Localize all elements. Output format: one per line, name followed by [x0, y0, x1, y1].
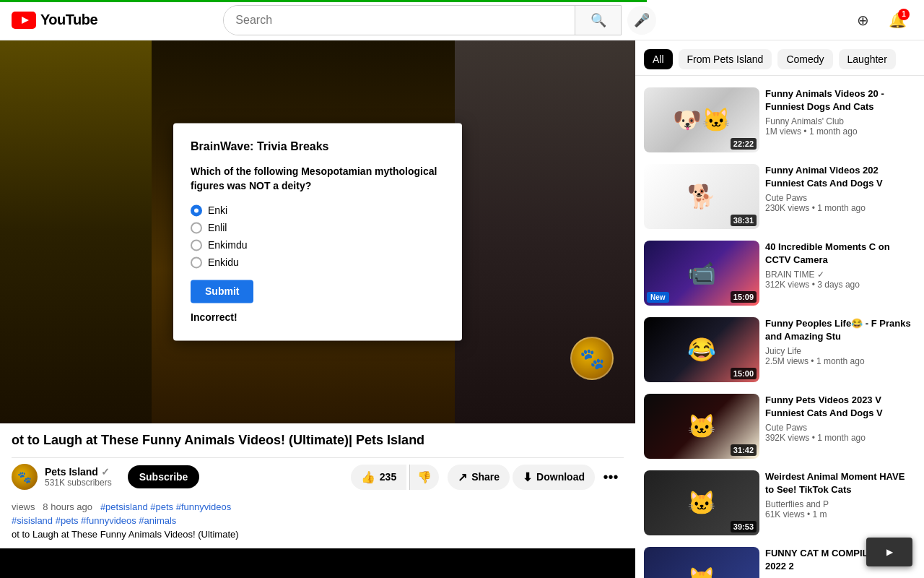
video-list-channel: BRAIN TIME ✓ — [765, 269, 915, 280]
thumbnail: 🐶🐱 22:22 — [644, 87, 759, 152]
search-bar: 🔍 — [223, 5, 622, 35]
video-meta: views 8 hours ago #petsisland #pets #fun… — [0, 496, 635, 548]
video-list-meta: 392K views • 1 month ago — [765, 433, 915, 443]
filter-from-pets-island[interactable]: From Pets Island — [679, 49, 772, 69]
create-button[interactable]: ⊕ — [849, 6, 878, 35]
video-list-meta: 1M views • 1 month ago — [765, 126, 915, 137]
notification-badge: 1 — [898, 9, 910, 20]
dislike-icon: 👎 — [417, 470, 432, 484]
video-list-channel: Butterflies and P — [765, 499, 915, 509]
youtube-logo-text: YouTube — [40, 12, 97, 28]
download-button[interactable]: ⬇ Download — [513, 465, 595, 490]
trivia-result: Incorrect! — [191, 312, 445, 324]
video-list-meta: 312K views • 3 days ago — [765, 280, 915, 290]
trivia-title: BrainWave: Trivia Breaks — [191, 140, 445, 153]
thumbnail: 🐕 38:31 — [644, 164, 759, 229]
thumbnail: 🐱 — [644, 547, 759, 578]
verified-icon: ✓ — [101, 466, 110, 478]
video-list-title: Funny Animal Videos 202 Funniest Cats An… — [765, 164, 915, 190]
video-list-title: Weirdest Animal Moment HAVE to See! TikT… — [765, 470, 915, 496]
like-icon: 👍 — [361, 470, 375, 484]
trivia-option-enkidu[interactable]: Enkidu — [191, 257, 445, 269]
video-list-channel: Juicy Life — [765, 346, 915, 356]
channel-avatar[interactable]: 🐾 — [12, 464, 38, 490]
thumbnail: 🐱 39:53 — [644, 470, 759, 535]
radio-enki — [191, 205, 202, 217]
channel-name-area: Pets Island ✓ 531K subscribers — [45, 466, 112, 488]
share-label: Share — [471, 471, 500, 483]
dislike-button[interactable]: 👎 — [409, 465, 439, 490]
list-item[interactable]: 😂 15:00 Funny Peoples Life😂 - F Pranks a… — [635, 311, 924, 388]
more-options-button[interactable]: ••• — [598, 464, 624, 490]
main-layout: BrainWave: Trivia Breaks Which of the fo… — [0, 40, 924, 578]
trivia-overlay: BrainWave: Trivia Breaks Which of the fo… — [173, 123, 462, 340]
list-item[interactable]: 🐶🐱 22:22 Funny Animals Videos 20 - Funni… — [635, 82, 924, 158]
action-buttons: 👍 235 👎 ↗ Share ⬇ Download — [351, 464, 624, 490]
more-icon: ••• — [603, 469, 618, 486]
video-actions-row: 🐾 Pets Island ✓ 531K subscribers Subscri… — [12, 457, 624, 496]
download-icon: ⬇ — [523, 470, 532, 484]
video-info: ot to Laugh at These Funny Animals Video… — [0, 423, 635, 496]
video-duration: 22:22 — [731, 138, 757, 150]
subscribe-button[interactable]: Subscribe — [128, 465, 200, 488]
video-avatar: 🐾 — [570, 337, 614, 380]
search-icon: 🔍 — [590, 12, 606, 28]
trivia-option-enki[interactable]: Enki — [191, 205, 445, 217]
create-icon: ⊕ — [857, 12, 869, 29]
video-list-info: Funny Pets Videos 2023 V Funniest Cats A… — [765, 394, 915, 459]
filter-all[interactable]: All — [644, 49, 673, 69]
new-badge: New — [647, 292, 669, 303]
trivia-question: Which of the following Mesopotamian myth… — [191, 165, 445, 193]
trivia-options: Enki Enlil Enkimdu Enkidu — [191, 205, 445, 269]
list-item[interactable]: 🐕 38:31 Funny Animal Videos 202 Funniest… — [635, 158, 924, 235]
radio-enkimdu — [191, 240, 202, 251]
mic-button[interactable]: 🎤 — [627, 6, 656, 35]
filter-comedy[interactable]: Comedy — [777, 49, 832, 69]
radio-enlil — [191, 223, 202, 234]
header-actions: ⊕ 🔔 1 — [849, 6, 912, 35]
sidebar: All From Pets Island Comedy Laughter 🐶🐱 … — [635, 40, 924, 578]
video-list-meta: 230K views • 1 month ago — [765, 203, 915, 213]
trivia-option-enlil[interactable]: Enlil — [191, 223, 445, 234]
option-label-enkimdu: Enkimdu — [208, 240, 247, 251]
video-list-title: Funny Peoples Life😂 - F Pranks and Amazi… — [765, 317, 915, 343]
trivia-option-enkimdu[interactable]: Enkimdu — [191, 240, 445, 251]
mini-video-icon: ▶ — [886, 547, 893, 557]
option-label-enkidu: Enkidu — [208, 257, 239, 269]
like-count: 235 — [380, 471, 396, 483]
video-duration: 15:09 — [731, 291, 757, 303]
filter-laughter[interactable]: Laughter — [839, 49, 896, 69]
list-item[interactable]: 🐱 39:53 Weirdest Animal Moment HAVE to S… — [635, 465, 924, 541]
like-button[interactable]: 👍 235 — [351, 465, 406, 490]
video-list-info: Funny Animals Videos 20 - Funniest Dogs … — [765, 87, 915, 152]
download-label: Download — [536, 471, 585, 483]
video-list-title: Funny Pets Videos 2023 V Funniest Cats A… — [765, 394, 915, 420]
search-input[interactable] — [224, 6, 575, 35]
trivia-submit-button[interactable]: Submit — [191, 280, 253, 303]
channel-name-text: Pets Island — [45, 466, 98, 478]
video-list-info: Funny Animal Videos 202 Funniest Cats An… — [765, 164, 915, 229]
video-duration: 15:00 — [731, 368, 757, 379]
channel-name: Pets Island ✓ — [45, 466, 112, 478]
video-bg-left — [0, 40, 152, 423]
list-item[interactable]: 🐱 31:42 Funny Pets Videos 2023 V Funnies… — [635, 388, 924, 465]
video-list-channel: Cute Paws — [765, 193, 915, 203]
hashtags-2: #sisisland #pets #funnyvideos #animals — [12, 515, 624, 526]
mini-video-pip[interactable]: ▶ — [866, 538, 912, 566]
logo[interactable]: YouTube — [12, 12, 127, 29]
list-item[interactable]: 📹 15:09 New 40 Incredible Moments C on C… — [635, 235, 924, 311]
video-list-title: 40 Incredible Moments C on CCTV Camera — [765, 241, 915, 267]
video-title: ot to Laugh at These Funny Animals Video… — [12, 432, 624, 449]
video-list: 🐶🐱 22:22 Funny Animals Videos 20 - Funni… — [635, 76, 924, 578]
subscriber-count: 531K subscribers — [45, 478, 112, 488]
video-list-info: 40 Incredible Moments C on CCTV Camera B… — [765, 241, 915, 306]
search-button[interactable]: 🔍 — [575, 6, 621, 35]
views-text: views — [12, 501, 35, 512]
share-button[interactable]: ↗ Share — [448, 465, 510, 490]
notifications-button[interactable]: 🔔 1 — [884, 6, 912, 35]
video-player[interactable]: BrainWave: Trivia Breaks Which of the fo… — [0, 40, 635, 423]
video-list-channel: Cute Paws — [765, 423, 915, 433]
option-label-enlil: Enlil — [208, 223, 227, 234]
hashtags-1: #petsisland #pets #funnyvideos — [100, 501, 231, 512]
video-duration: 39:53 — [731, 521, 757, 532]
